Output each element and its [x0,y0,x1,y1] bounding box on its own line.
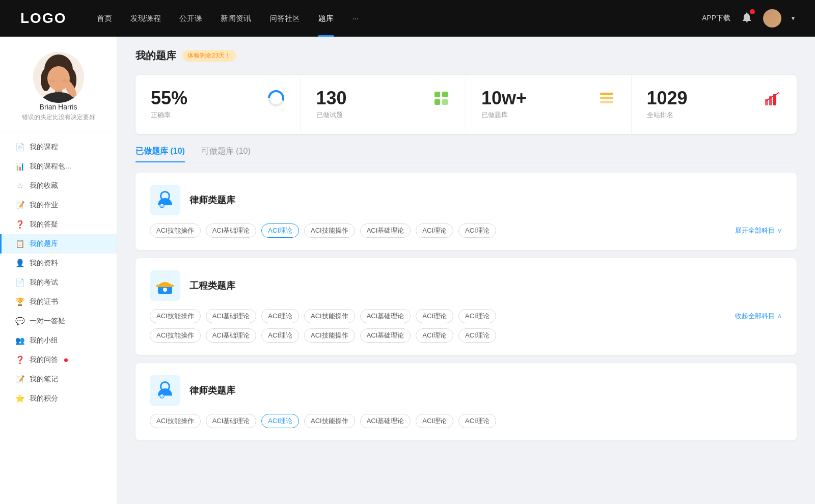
bank-tag[interactable]: ACI理论 [416,223,453,238]
nav-item[interactable]: 首页 [97,14,112,23]
bank-card-header: 工程类题库 [150,270,782,301]
sidebar-menu-item[interactable]: 📝我的作业 [0,195,117,215]
menu-icon: ❓ [15,220,24,229]
bank-tag[interactable]: ACI技能操作 [150,309,201,323]
stat-number: 55% [151,89,260,107]
nav-item[interactable]: ··· [352,14,359,23]
menu-icon: 💬 [15,317,24,326]
menu-label: 我的积分 [30,394,58,403]
sidebar-menu-item[interactable]: 💬一对一答疑 [0,312,117,331]
stat-item: 1029全站排名 [632,75,797,134]
svg-rect-17 [600,97,613,99]
sidebar-menu-item[interactable]: 📝我的笔记 [0,370,117,389]
expand-link[interactable]: 展开全部科目 ∨ [735,226,782,235]
bank-tag[interactable]: ACI理论 [416,309,453,323]
bank-tag[interactable]: ACI理论 [458,414,496,428]
unread-dot [64,358,68,362]
stat-item: 55%正确率 [135,75,301,134]
sidebar-menu-item[interactable]: 📄我的考试 [0,273,117,292]
bank-tags-row: ACI技能操作ACI基础理论ACI理论ACI技能操作ACI基础理论ACI理论AC… [150,414,782,428]
notification-bell[interactable] [741,11,753,25]
sidebar-menu-item[interactable]: 🏆我的证书 [0,292,117,312]
sidebar-menu-item[interactable]: ⭐我的积分 [0,389,117,408]
tab-item[interactable]: 已做题库 (10) [135,146,185,162]
svg-text:✓: ✓ [161,395,164,398]
menu-icon: 👥 [15,336,24,345]
user-dropdown-arrow[interactable]: ▾ [792,15,795,22]
bank-tag[interactable]: ACI基础理论 [360,309,411,323]
bank-card: ✓ 律师类题库ACI技能操作ACI基础理论ACI理论ACI技能操作ACI基础理论… [135,363,797,440]
sidebar-menu-item[interactable]: 👥我的小组 [0,331,117,350]
sidebar-menu-item[interactable]: 👤我的资料 [0,254,117,273]
nav-item[interactable]: 题库 [318,14,334,23]
sidebar-avatar [33,52,84,103]
sidebar-menu-item[interactable]: ❓我的问答 [0,350,117,370]
bank-tag[interactable]: ACI基础理论 [206,223,257,238]
tab-item[interactable]: 可做题库 (10) [201,146,251,162]
bank-tag[interactable]: ACI理论 [261,223,299,238]
menu-icon: 📊 [15,162,24,171]
bank-tag[interactable]: ACI基础理论 [360,414,411,428]
menu-label: 我的问答 [30,355,58,365]
trial-badge: 体验剩余23天！ [182,50,236,62]
menu-icon: ☆ [15,181,24,190]
sidebar-menu-item[interactable]: 📄我的课程 [0,137,117,157]
bank-tag[interactable]: ACI基础理论 [360,223,411,238]
stat-label: 已做试题 [316,110,425,120]
svg-rect-18 [600,101,613,103]
svg-point-9 [62,79,67,82]
bank-tag[interactable]: ACI理论 [261,328,299,343]
engineer-icon [154,274,176,297]
menu-label: 我的收藏 [30,181,58,190]
bank-tag[interactable]: ACI理论 [458,309,496,323]
menu-label: 我的课程包... [30,162,71,171]
bank-tag[interactable]: ACI技能操作 [150,328,201,343]
stat-icon-grid [432,89,450,107]
bank-tag[interactable]: ACI基础理论 [360,328,411,343]
bank-tag[interactable]: ACI理论 [261,309,299,323]
bank-tag[interactable]: ACI基础理论 [206,414,257,428]
bank-tag[interactable]: ACI理论 [416,414,453,428]
notification-badge [750,9,755,14]
nav-item[interactable]: 发现课程 [130,14,161,23]
sidebar-menu-item[interactable]: ☆我的收藏 [0,176,117,195]
menu-icon: ⭐ [15,394,24,403]
logo: LOGO [20,10,66,26]
menu-icon: 📋 [15,239,24,248]
expand-link[interactable]: 收起全部科目 ∧ [735,312,782,321]
nav-item[interactable]: 问答社区 [269,14,300,23]
bank-tag[interactable]: ACI技能操作 [150,414,201,428]
stat-number: 10w+ [481,89,590,107]
sidebar-menu-item[interactable]: 📋我的题库 [0,234,117,254]
avatar-svg [33,52,84,103]
sidebar-menu-item[interactable]: 📊我的课程包... [0,157,117,176]
stat-item: 130已做试题 [301,75,467,134]
bank-tag[interactable]: ACI技能操作 [304,328,355,343]
bank-card-header: ✓ 律师类题库 [150,185,782,215]
avatar-image [763,9,781,27]
bank-tag[interactable]: ACI基础理论 [206,328,257,343]
app-download-link[interactable]: APP下载 [702,14,730,23]
menu-label: 我的课程 [30,143,58,152]
nav-item[interactable]: 新闻资讯 [221,14,251,23]
menu-label: 我的题库 [30,239,58,248]
bank-tag[interactable]: ACI理论 [458,328,496,343]
nav-item[interactable]: 公开课 [179,14,202,23]
page-header: 我的题库 体验剩余23天！ [135,49,797,63]
bank-tag[interactable]: ACI理论 [261,414,299,428]
user-avatar[interactable] [763,9,781,27]
sidebar-user-motto: 错误的决定比没有决定要好 [14,113,103,122]
bank-tag[interactable]: ACI理论 [416,328,453,343]
bank-tag[interactable]: ACI技能操作 [304,309,355,323]
bank-tag[interactable]: ACI技能操作 [304,223,355,238]
bank-tag[interactable]: ACI基础理论 [206,309,257,323]
bank-tag[interactable]: ACI理论 [458,223,496,238]
sidebar-menu-item[interactable]: ❓我的答疑 [0,215,117,234]
bank-tags-row-2: ACI技能操作ACI基础理论ACI理论ACI技能操作ACI基础理论ACI理论AC… [150,328,782,343]
menu-label: 我的笔记 [30,375,58,384]
bank-tag[interactable]: ACI技能操作 [304,414,355,428]
bank-tag[interactable]: ACI技能操作 [150,223,201,238]
stat-icon-donut [267,89,285,107]
menu-icon: 📄 [15,143,24,152]
svg-rect-13 [442,92,448,97]
